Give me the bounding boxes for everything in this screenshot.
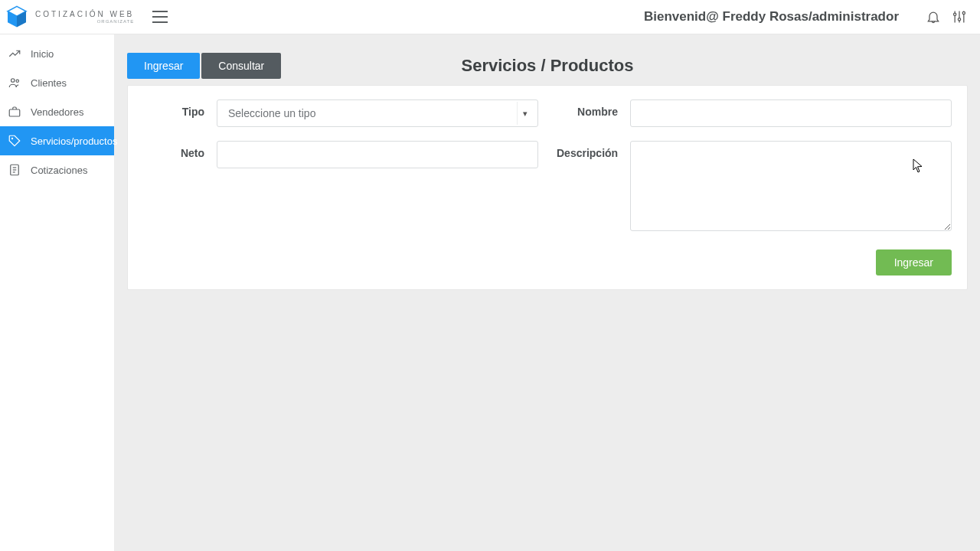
sidebar-item-servicios-productos[interactable]: Servicios/productos (0, 126, 114, 155)
topbar: COTIZACIÓN WEB ORGANIZATE Bienvenid@ Fre… (0, 0, 980, 34)
main-content: Servicios / Productos Ingresar Consultar… (115, 34, 980, 551)
label-descripcion: Descripción (557, 141, 630, 159)
svg-point-4 (954, 13, 956, 15)
tab-consultar[interactable]: Consultar (201, 53, 281, 79)
settings-sliders-icon[interactable] (951, 8, 968, 25)
select-tipo[interactable]: Seleccione un tipo (217, 99, 538, 127)
sidebar: Inicio Clientes Vendedores Servicios/pro… (0, 34, 115, 551)
input-neto[interactable] (217, 141, 538, 168)
cube-logo-icon (3, 3, 31, 31)
svg-point-9 (11, 79, 15, 83)
svg-point-8 (962, 11, 965, 14)
field-nombre: Nombre (557, 99, 952, 127)
textarea-descripcion[interactable] (630, 141, 952, 231)
document-icon (8, 163, 21, 177)
tag-icon (8, 134, 21, 148)
sidebar-item-label: Clientes (31, 77, 67, 89)
trending-up-icon (8, 47, 21, 60)
sidebar-item-cotizaciones[interactable]: Cotizaciones (0, 155, 114, 184)
label-tipo: Tipo (143, 99, 217, 118)
brand-logo[interactable]: COTIZACIÓN WEB ORGANIZATE (3, 3, 134, 31)
sidebar-item-label: Inicio (31, 48, 54, 60)
sidebar-item-inicio[interactable]: Inicio (0, 39, 114, 68)
brand-text: COTIZACIÓN WEB ORGANIZATE (35, 11, 134, 24)
field-tipo: Tipo Seleccione un tipo (143, 99, 538, 127)
label-neto: Neto (143, 141, 217, 159)
bell-icon[interactable] (925, 8, 942, 25)
tab-ingresar[interactable]: Ingresar (127, 53, 200, 79)
briefcase-icon (8, 105, 21, 119)
tabs: Ingresar Consultar (127, 53, 968, 79)
label-nombre: Nombre (557, 99, 630, 118)
sidebar-item-clientes[interactable]: Clientes (0, 68, 114, 97)
form-actions: Ingresar (143, 249, 952, 276)
svg-point-6 (958, 18, 960, 21)
sidebar-item-label: Servicios/productos (31, 135, 117, 147)
sidebar-item-label: Cotizaciones (31, 165, 87, 176)
field-descripcion: Descripción (557, 141, 952, 231)
svg-rect-11 (9, 109, 20, 116)
svg-point-10 (16, 80, 18, 82)
welcome-text: Bienvenid@ Freddy Rosas/administrador (644, 9, 899, 24)
form-card: Tipo Seleccione un tipo Neto (127, 85, 968, 290)
sidebar-item-label: Vendedores (31, 106, 83, 118)
brand-name: COTIZACIÓN WEB (35, 11, 134, 18)
field-neto: Neto (143, 141, 538, 168)
svg-point-12 (11, 138, 13, 139)
sidebar-item-vendedores[interactable]: Vendedores (0, 97, 114, 126)
hamburger-icon[interactable] (152, 11, 168, 23)
brand-tagline: ORGANIZATE (35, 19, 134, 24)
submit-button[interactable]: Ingresar (876, 249, 952, 276)
people-icon (8, 76, 21, 90)
select-tipo-placeholder: Seleccione un tipo (228, 107, 315, 119)
input-nombre[interactable] (630, 99, 952, 127)
